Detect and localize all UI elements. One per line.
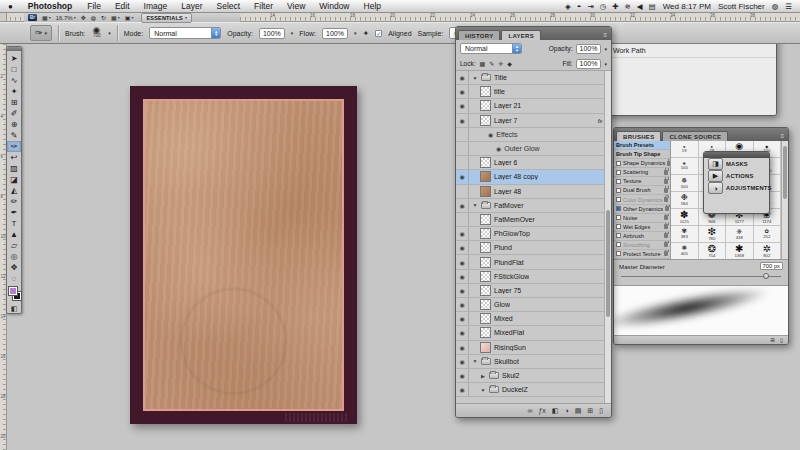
delete-brush-icon[interactable]: ▯ — [780, 337, 783, 343]
visibility-cell[interactable] — [456, 128, 469, 141]
master-diameter-field[interactable]: 700 px — [760, 262, 783, 270]
layer-row[interactable]: ◉Layer 7fx ▾ — [456, 114, 611, 128]
layer-row[interactable]: ◉▼DuckelZ — [456, 383, 611, 397]
display-menu-icon[interactable]: ▤ — [649, 2, 656, 11]
chevron-down-icon[interactable]: ▾ — [604, 61, 607, 67]
visibility-cell[interactable]: ◉ — [456, 284, 469, 297]
layer-row-content[interactable]: ▼DuckelZ — [469, 383, 611, 396]
visibility-cell[interactable]: ◉ — [456, 369, 469, 382]
tool-preset-picker[interactable]: ✑ ▾ — [30, 25, 52, 41]
brush-option-noise[interactable]: Noise — [614, 214, 670, 223]
chevron-down-icon[interactable]: ▾ — [354, 30, 357, 36]
lock-icon[interactable] — [664, 224, 668, 229]
link-layers-icon[interactable]: ∞ — [527, 407, 532, 414]
visibility-cell[interactable]: ◉ — [456, 199, 469, 212]
artwork-texture[interactable] — [143, 99, 344, 411]
zoom-tool[interactable]: ◌ — [7, 273, 21, 284]
aligned-checkbox[interactable]: ✓ — [375, 30, 382, 37]
layer-row[interactable]: ◉RisingSun — [456, 341, 611, 355]
actions-panel-button[interactable]: ▶ACTIONS — [704, 170, 769, 182]
lock-icon[interactable] — [664, 170, 668, 175]
layer-row[interactable]: FatMemOver — [456, 213, 611, 227]
layer-mask-icon[interactable]: ◧ — [552, 407, 559, 415]
layer-row-content[interactable]: ▶Skul2 — [469, 369, 611, 382]
brush-option-dual-brush[interactable]: Dual Brush — [614, 186, 670, 195]
lock-toggle-icon[interactable]: ✛ — [497, 60, 504, 67]
layer-opacity-field[interactable]: 100% — [576, 44, 602, 54]
document-canvas[interactable] — [130, 86, 357, 424]
notification-center-icon[interactable]: ☰ — [785, 2, 792, 11]
brush-preset-cell[interactable]: ❅405 — [671, 243, 699, 260]
layer-row-content[interactable]: RisingSun — [469, 341, 611, 354]
blur-tool[interactable]: ◭ — [7, 185, 21, 196]
chevron-down-icon[interactable]: ▾ — [108, 30, 111, 36]
layer-row-content[interactable]: title — [469, 85, 611, 98]
apple-logo[interactable]: ● — [0, 2, 20, 11]
master-diameter-slider[interactable] — [619, 273, 783, 281]
layer-row-content[interactable]: ▼FatMover — [469, 199, 611, 212]
hand-tool-icon[interactable]: ✥ — [81, 14, 86, 21]
menu-edit[interactable]: Edit — [108, 1, 137, 11]
brush-presets-item[interactable]: Brush Presets — [614, 141, 670, 150]
visibility-cell[interactable]: ◉ — [456, 241, 469, 254]
layer-row-content[interactable]: Mixed — [469, 312, 611, 325]
lock-toggle-icon[interactable]: ▩ — [479, 60, 487, 67]
keyboard-input-icon[interactable]: ⇥ — [587, 2, 593, 11]
airbrush-icon[interactable]: ✦ — [362, 29, 369, 38]
visibility-cell[interactable]: ◉ — [456, 298, 469, 311]
eye-icon[interactable]: ◉ — [459, 244, 464, 251]
zoom-level-field[interactable]: 16.7%▾ — [56, 15, 76, 21]
brush-preset-cell[interactable]: ✽1125 — [671, 209, 699, 226]
eye-icon[interactable]: ◉ — [459, 301, 464, 308]
layer-row[interactable]: ◉▶Skul2 — [456, 369, 611, 383]
eye-icon[interactable]: ◉ — [459, 315, 464, 322]
layer-row-content[interactable]: Layer 7fx ▾ — [469, 114, 611, 127]
expander-icon[interactable]: ▼ — [472, 75, 478, 81]
slider-handle[interactable] — [763, 273, 769, 279]
checkbox[interactable] — [616, 215, 621, 220]
brush-preset-cell[interactable]: ✾383 — [671, 226, 699, 243]
volume-icon[interactable]: ◀ — [637, 2, 643, 11]
eye-icon[interactable]: ◉ — [459, 386, 464, 393]
expander-icon[interactable]: ▼ — [480, 387, 486, 393]
checkbox[interactable] — [616, 188, 621, 193]
actions-panel-button-icon[interactable]: ▶ — [708, 170, 723, 182]
move-tool[interactable]: ➤ — [7, 53, 21, 64]
opacity-field[interactable]: 100% — [259, 28, 285, 39]
brushes-scrollbar[interactable] — [781, 141, 788, 259]
chevron-down-icon[interactable]: ▾ — [604, 46, 607, 52]
type-tool[interactable]: T — [7, 218, 21, 229]
eyedropper-tool[interactable]: ✐ — [7, 108, 21, 119]
shape-tool[interactable]: ▱ — [7, 240, 21, 251]
brush-preset-preview[interactable]: 700 — [92, 27, 101, 39]
path-selection-tool[interactable]: ▲ — [7, 229, 21, 240]
checkbox[interactable] — [616, 224, 621, 229]
hand-tool[interactable]: ✥ — [7, 262, 21, 273]
brush-option-wet-edges[interactable]: Wet Edges — [614, 223, 670, 232]
layer-row[interactable]: ◉Layer 75 — [456, 284, 611, 298]
panel-menu-icon[interactable]: ≡ — [599, 32, 611, 40]
brush-tool[interactable]: ✎ — [7, 130, 21, 141]
brush-option-color-dynamics[interactable]: Color Dynamics — [614, 195, 670, 204]
lock-icon[interactable] — [664, 197, 668, 202]
lock-toggle-icon[interactable]: ◆ — [506, 60, 513, 67]
brush-preset-cell[interactable]: ✵500 — [671, 175, 699, 192]
menu-view[interactable]: View — [280, 1, 312, 11]
clock-menu-icon[interactable]: ◷ — [600, 2, 607, 11]
new-layer-icon[interactable]: ⊞ — [587, 407, 593, 415]
visibility-cell[interactable]: ◉ — [456, 326, 469, 339]
layer-row-content[interactable]: MixedFlat — [469, 326, 611, 339]
lock-icon[interactable] — [664, 242, 668, 247]
adjustments-panel-button-icon[interactable]: ◑ — [708, 182, 723, 194]
layer-row-content[interactable]: Layer 6 — [469, 156, 611, 169]
lock-icon[interactable] — [664, 179, 668, 184]
menu-clock[interactable]: Wed 8:17 PM — [663, 2, 711, 11]
visibility-cell[interactable]: ◉ — [456, 85, 469, 98]
visibility-cell[interactable] — [456, 213, 469, 226]
tab-layers[interactable]: LAYERS — [501, 30, 541, 40]
expander-icon[interactable]: ▼ — [472, 202, 478, 208]
lock-icon[interactable] — [664, 233, 668, 238]
scrollbar-thumb[interactable] — [606, 210, 610, 316]
eye-icon[interactable]: ◉ — [459, 88, 464, 95]
bridge-icon[interactable]: Br — [28, 14, 37, 21]
